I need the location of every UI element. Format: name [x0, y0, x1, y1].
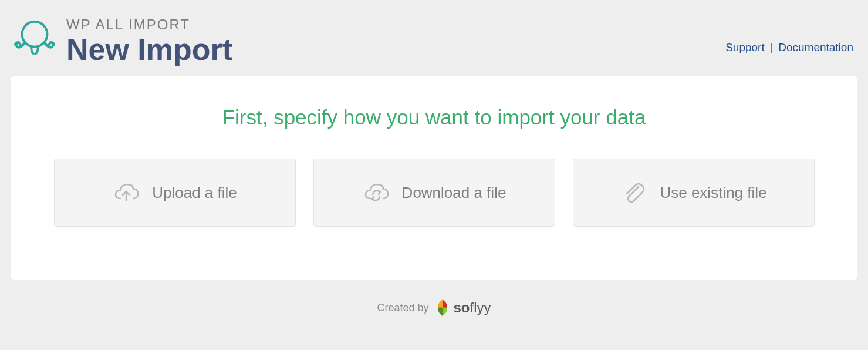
footer-created-by: Created by [377, 302, 428, 314]
page-subtitle: WP ALL IMPORT [66, 16, 232, 33]
download-file-button[interactable]: Download a file [313, 159, 555, 227]
footer-brand: soflyy [454, 299, 491, 316]
cloud-upload-icon [112, 179, 140, 207]
upload-file-button[interactable]: Upload a file [54, 159, 296, 227]
soflyy-logo[interactable]: soflyy [435, 298, 491, 317]
support-link[interactable]: Support [725, 41, 765, 53]
header-titles: WP ALL IMPORT New Import [66, 12, 232, 65]
existing-file-label: Use existing file [660, 184, 766, 202]
import-card: First, specify how you want to import yo… [11, 76, 857, 280]
import-options: Upload a file Download a file Use existi… [46, 159, 822, 227]
page-title: New Import [66, 34, 232, 65]
paperclip-icon [620, 179, 648, 207]
upload-file-label: Upload a file [152, 184, 237, 202]
existing-file-button[interactable]: Use existing file [573, 159, 815, 227]
header-left: WP ALL IMPORT New Import [12, 12, 232, 65]
download-file-label: Download a file [402, 184, 506, 202]
soflyy-logo-icon [435, 298, 450, 317]
footer: Created by soflyy [0, 298, 868, 317]
header-links: Support | Documentation [725, 41, 853, 54]
octopus-logo-icon [12, 16, 58, 63]
documentation-link[interactable]: Documentation [778, 41, 853, 53]
cloud-sync-icon [362, 179, 390, 207]
card-heading: First, specify how you want to import yo… [46, 106, 822, 129]
link-separator: | [770, 41, 773, 53]
page-header: WP ALL IMPORT New Import Support | Docum… [0, 0, 868, 76]
